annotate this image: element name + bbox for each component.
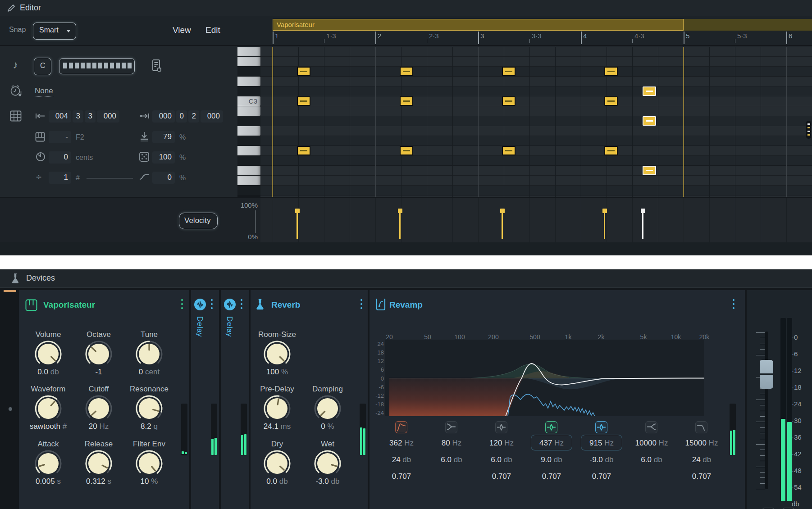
length-bars-field[interactable]: 000 [152, 110, 175, 123]
chance-field[interactable]: 100 [152, 151, 175, 164]
device-delay-2[interactable]: Delay [221, 290, 249, 509]
black-key[interactable] [237, 186, 260, 195]
eq-band-gain[interactable]: 6.0 db [627, 455, 676, 464]
black-key[interactable] [237, 136, 260, 145]
eq-band-q[interactable]: 0.707 [577, 472, 626, 481]
velocity-lane-button[interactable]: Velocity [179, 213, 218, 229]
black-key[interactable] [237, 86, 260, 96]
midi-note-selected[interactable] [643, 116, 656, 126]
eq-band-gain[interactable]: -9.0 db [577, 455, 626, 464]
position-beat-field[interactable]: 3 [73, 110, 83, 123]
resonance-knob[interactable] [135, 394, 164, 423]
piano-keyboard[interactable]: C3 [237, 47, 260, 197]
position-tick-field[interactable]: 000 [97, 110, 119, 123]
eq-band-icon-highpass[interactable] [395, 421, 407, 433]
eq-band-freq[interactable]: 15000 Hz [677, 439, 726, 448]
midi-note[interactable] [400, 96, 413, 106]
room-size-knob[interactable] [263, 340, 292, 368]
eq-band-icon-bell[interactable] [545, 421, 557, 433]
octave-knob[interactable] [84, 340, 113, 368]
midi-note[interactable] [400, 67, 413, 76]
eq-band-gain[interactable]: 6.0 db [477, 455, 526, 464]
midi-note-selected[interactable] [643, 166, 656, 175]
midi-note[interactable] [502, 67, 515, 76]
white-key[interactable] [237, 106, 260, 116]
fine-pitch-field[interactable]: 0 [49, 151, 71, 164]
view-menu[interactable]: View [173, 25, 191, 35]
reverb-menu[interactable] [360, 299, 362, 311]
volume-fader-handle[interactable] [760, 360, 773, 389]
wet-knob[interactable] [313, 449, 342, 478]
length-sub-field[interactable]: 2 [188, 110, 199, 123]
volume-knob[interactable] [34, 340, 63, 368]
device-reverb[interactable]: Reverb Room-Size100 %Pre-Delay24.1 msDam… [251, 290, 368, 509]
attack-knob[interactable] [34, 449, 63, 478]
white-key[interactable] [237, 176, 260, 185]
length-ticks-field[interactable]: 000 [201, 110, 223, 123]
waveform-knob[interactable] [34, 394, 63, 423]
tune-knob[interactable] [135, 340, 164, 368]
damping-knob[interactable] [313, 394, 342, 423]
device-revamp[interactable]: Revamp [370, 290, 745, 509]
eq-band-gain[interactable]: 6.0 db [427, 455, 476, 464]
eq-band-gain[interactable]: 24 db [377, 455, 426, 464]
key-field[interactable]: - [49, 131, 71, 143]
midi-note[interactable] [297, 146, 310, 155]
white-key[interactable] [237, 77, 260, 86]
velocity-stem[interactable] [399, 212, 401, 239]
velocity-stem[interactable] [642, 212, 643, 239]
eq-band-q[interactable]: 0.707 [377, 472, 426, 481]
eq-band-icon-bell[interactable] [495, 421, 507, 433]
midi-note-selected[interactable] [643, 86, 656, 96]
pre-delay-knob[interactable] [263, 394, 292, 423]
release-knob[interactable] [84, 449, 113, 478]
black-key[interactable] [237, 67, 260, 76]
eq-band-freq[interactable]: 120 Hz [477, 439, 526, 448]
eq-band-gain[interactable]: 9.0 db [527, 455, 576, 464]
clip-region-continuation[interactable] [684, 19, 812, 31]
white-key[interactable] [237, 146, 260, 155]
scale-degree-display[interactable] [59, 58, 135, 74]
white-key[interactable] [237, 57, 260, 66]
eq-band-q[interactable]: 0.707 [677, 472, 726, 481]
velocity-lane[interactable] [260, 198, 812, 242]
black-key[interactable] [237, 116, 260, 126]
edit-menu[interactable]: Edit [205, 25, 220, 35]
key-signature-button[interactable]: C [34, 58, 51, 75]
velocity-field[interactable]: 79 [152, 131, 175, 143]
filter-env-knob[interactable] [135, 449, 164, 478]
eq-band-freq[interactable]: 915 Hz [577, 439, 626, 448]
delay2-menu[interactable] [241, 299, 242, 311]
eq-band-icon-bell[interactable] [595, 421, 607, 433]
cutoff-knob[interactable] [84, 394, 113, 423]
volume-fader-track[interactable] [765, 332, 768, 489]
position-bar-field[interactable]: 004 [49, 110, 71, 123]
eq-band-icon-lowpass[interactable] [695, 421, 707, 433]
curve-field[interactable]: 0 [152, 172, 175, 184]
velocity-stem[interactable] [502, 212, 503, 239]
eq-band-icon-high-shelf[interactable] [645, 421, 657, 433]
eq-display[interactable] [385, 340, 704, 416]
midi-note[interactable] [604, 67, 618, 76]
piano-roll-grid[interactable] [260, 47, 812, 197]
delay1-menu[interactable] [211, 299, 213, 311]
revamp-menu[interactable] [733, 299, 734, 311]
dry-knob[interactable] [263, 449, 292, 478]
velocity-stem[interactable] [297, 212, 298, 239]
device-delay-1[interactable]: Delay [191, 290, 219, 509]
midi-note[interactable] [297, 96, 310, 106]
velocity-stem[interactable] [604, 212, 605, 239]
snap-mode-dropdown[interactable]: Smart [33, 23, 76, 40]
repeat-field[interactable]: 1 [49, 172, 71, 184]
midi-note[interactable] [604, 146, 618, 155]
black-key[interactable] [237, 156, 260, 165]
eq-band-freq[interactable]: 10000 Hz [627, 439, 676, 448]
white-key[interactable] [237, 47, 260, 56]
midi-note[interactable] [604, 96, 618, 106]
midi-note[interactable] [297, 67, 310, 76]
position-sub-field[interactable]: 3 [85, 110, 96, 123]
eq-band-gain[interactable]: 24 db [677, 455, 726, 464]
length-beats-field[interactable]: 0 [176, 110, 187, 123]
midi-note[interactable] [400, 146, 413, 155]
eq-band-icon-low-shelf[interactable] [445, 421, 457, 433]
